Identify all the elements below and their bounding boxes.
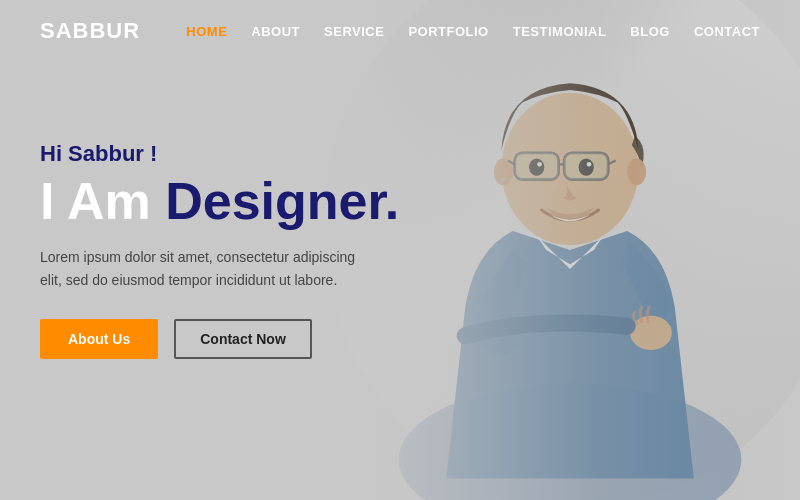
nav-link-home[interactable]: HOME [186,24,227,39]
navbar: SABBUR HOME ABOUT SERVICE PORTFOLIO TEST… [0,0,800,62]
nav-item-service[interactable]: SERVICE [324,22,384,40]
hero-title: I Am Designer. [40,173,399,230]
about-us-button[interactable]: About Us [40,319,158,359]
hero-greeting: Hi Sabbur ! [40,141,399,167]
nav-link-portfolio[interactable]: PORTFOLIO [408,24,488,39]
nav-item-testimonial[interactable]: TESTIMONIAL [513,22,607,40]
nav-item-portfolio[interactable]: PORTFOLIO [408,22,488,40]
nav-item-about[interactable]: ABOUT [251,22,300,40]
hero-content: Hi Sabbur ! I Am Designer. Lorem ipsum d… [40,141,399,359]
nav-item-contact[interactable]: CONTACT [694,22,760,40]
nav-link-blog[interactable]: BLOG [630,24,670,39]
nav-item-blog[interactable]: BLOG [630,22,670,40]
nav-link-contact[interactable]: CONTACT [694,24,760,39]
hero-title-prefix: I Am [40,172,165,230]
hero-section: SABBUR HOME ABOUT SERVICE PORTFOLIO TEST… [0,0,800,500]
nav-item-home[interactable]: HOME [186,22,227,40]
contact-now-button[interactable]: Contact Now [174,319,312,359]
brand-logo[interactable]: SABBUR [40,18,140,44]
nav-link-service[interactable]: SERVICE [324,24,384,39]
nav-link-testimonial[interactable]: TESTIMONIAL [513,24,607,39]
nav-link-about[interactable]: ABOUT [251,24,300,39]
hero-cta-buttons: About Us Contact Now [40,319,399,359]
nav-menu: HOME ABOUT SERVICE PORTFOLIO TESTIMONIAL… [186,22,760,40]
hero-title-highlight: Designer. [165,172,399,230]
hero-description: Lorem ipsum dolor sit amet, consectetur … [40,246,380,291]
